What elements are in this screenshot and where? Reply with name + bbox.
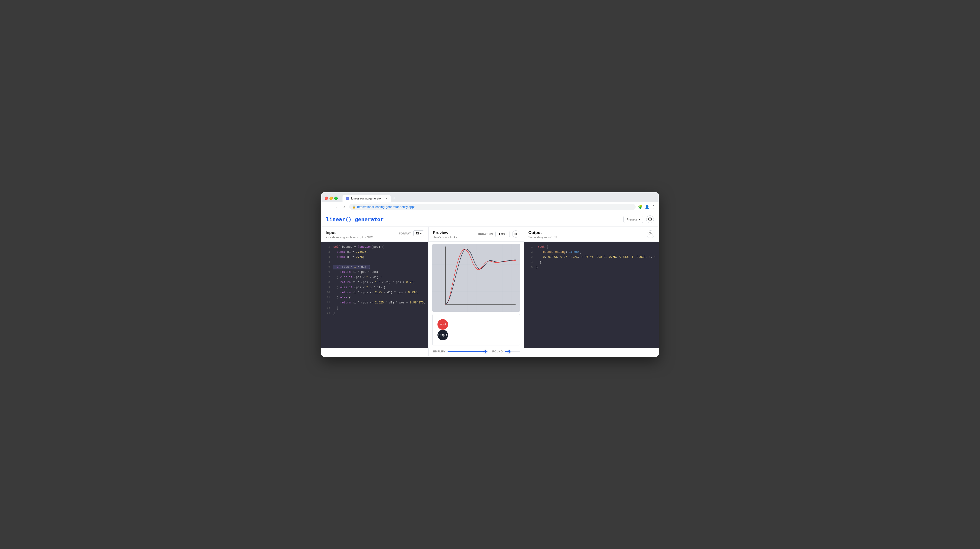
code-line: 5 if (pos < 1 / d1) {: [321, 265, 428, 270]
input-ball: Input: [438, 319, 448, 330]
output-code-line: 2 --bounce-easing: linear(: [524, 250, 659, 255]
traffic-lights: [325, 196, 338, 200]
round-label: ROUND: [492, 350, 503, 353]
format-value: JS: [415, 231, 419, 235]
code-line: 9 } else if (pos < 2.5 / d1) {: [321, 285, 428, 290]
preview-panel-header: Preview Here's how it looks: DURATION: [428, 227, 524, 242]
app-logo: linear() generator: [326, 216, 383, 222]
preview-panel-title-group: Preview Here's how it looks:: [433, 230, 458, 239]
code-line: 10 return n1 * (pos -= 2.25 / d1) * pos …: [321, 290, 428, 295]
menu-icon[interactable]: ⋮: [651, 204, 655, 209]
presets-button[interactable]: Presets ▾: [623, 216, 643, 223]
browser-actions: 🧩 👤 ⋮: [638, 204, 655, 209]
presets-label: Presets: [627, 217, 637, 221]
pause-button[interactable]: [512, 230, 519, 238]
app-container: linear() generator Presets ▾: [321, 212, 659, 357]
github-icon: [648, 217, 652, 222]
output-panel-subtitle: Some shiny new CSS!: [528, 236, 557, 239]
code-line: 13 }: [321, 306, 428, 311]
output-code: 1 :root { 2 --bounce-easing: linear( 3 0…: [524, 242, 659, 348]
close-window-button[interactable]: [325, 196, 328, 200]
code-line: 3 const d1 = 2.75;: [321, 255, 428, 260]
preview-panel-title: Preview: [433, 230, 458, 235]
extensions-icon[interactable]: 🧩: [638, 204, 643, 209]
code-line: 6 return n1 * pos * pos;: [321, 270, 428, 275]
active-tab[interactable]: L Linear easing generator ×: [342, 195, 391, 202]
simplify-thumb[interactable]: [484, 350, 487, 353]
round-control: ROUND: [492, 350, 520, 353]
preview-panel-controls: DURATION: [478, 230, 519, 238]
browser-window: L Linear easing generator × + ← → ⟳ 🔒 ht…: [321, 192, 659, 357]
input-panel-header-right: FORMAT JS ▾: [399, 230, 424, 236]
output-panel-header: Output Some shiny new CSS!: [524, 227, 659, 242]
duration-label: DURATION: [478, 233, 493, 235]
round-thumb[interactable]: [508, 350, 511, 353]
app-header-right: Presets ▾: [623, 215, 654, 223]
profile-icon[interactable]: 👤: [645, 204, 649, 209]
lock-icon: 🔒: [352, 205, 356, 209]
preview-panel: Preview Here's how it looks: DURATION: [428, 227, 524, 356]
output-code-line: 1 :root {: [524, 244, 659, 250]
code-line: 14 }: [321, 311, 428, 316]
output-code-line: 5 }: [524, 265, 659, 270]
code-line: 12 return n1 * (pos -= 2.625 / d1) * pos…: [321, 300, 428, 305]
copy-button[interactable]: [647, 230, 654, 238]
code-line: 2 const n1 = 7.5625;: [321, 250, 428, 255]
url-text: https://linear-easing-generator.netlify.…: [357, 205, 415, 209]
simplify-slider[interactable]: [447, 351, 488, 352]
output-panel: Output Some shiny new CSS! 1 :root: [524, 227, 659, 356]
format-select[interactable]: JS ▾: [414, 230, 424, 236]
app-header: linear() generator Presets ▾: [321, 212, 659, 227]
copy-icon: [649, 232, 652, 236]
input-ball-label: Input: [439, 323, 446, 326]
reload-button[interactable]: ⟳: [341, 204, 347, 210]
round-slider[interactable]: [505, 351, 520, 352]
simplify-fill: [447, 351, 485, 352]
input-panel-header: Input Provide easing as JavaScript or SV…: [321, 227, 428, 242]
simplify-control: SIMPLIFY: [433, 350, 488, 353]
new-tab-button[interactable]: +: [391, 195, 398, 201]
pause-icon: [514, 233, 517, 235]
back-button[interactable]: ←: [325, 204, 331, 210]
code-editor[interactable]: 1 self.bounce = function(pos) { 2 const …: [321, 242, 428, 348]
easing-chart: [433, 244, 520, 312]
forward-button[interactable]: →: [333, 204, 339, 210]
output-ball-label: Output: [438, 334, 447, 337]
tab-title: Linear easing generator: [351, 197, 382, 200]
minimize-window-button[interactable]: [329, 196, 333, 200]
input-panel: Input Provide easing as JavaScript or SV…: [321, 227, 428, 356]
svg-rect-5: [650, 234, 652, 236]
duration-input[interactable]: [495, 231, 510, 237]
format-chevron-icon: ▾: [420, 231, 422, 235]
input-panel-title: Input: [326, 230, 373, 235]
browser-urlbar: ← → ⟳ 🔒 https://linear-easing-generator.…: [321, 202, 659, 212]
output-ball: Output: [438, 330, 448, 340]
preview-panel-subtitle: Here's how it looks:: [433, 236, 458, 239]
output-ball-row: Output: [438, 330, 515, 340]
browser-tabs: L Linear easing generator × +: [342, 195, 648, 202]
code-line: 11 } else {: [321, 295, 428, 300]
tab-favicon: L: [346, 197, 349, 200]
url-bar[interactable]: 🔒 https://linear-easing-generator.netlif…: [349, 204, 636, 210]
browser-titlebar: L Linear easing generator × +: [321, 192, 659, 202]
preview-chart-area: [433, 244, 520, 312]
simplify-label: SIMPLIFY: [433, 350, 445, 353]
chevron-down-icon: ▾: [638, 217, 640, 221]
preview-bottom-controls: SIMPLIFY ROUND: [428, 348, 524, 356]
input-ball-row: Input: [438, 319, 515, 330]
format-label: FORMAT: [399, 232, 411, 235]
maximize-window-button[interactable]: [334, 196, 338, 200]
output-code-line: 4 );: [524, 260, 659, 265]
code-line: 4: [321, 260, 428, 265]
input-panel-subtitle: Provide easing as JavaScript or SVG: [326, 236, 373, 239]
code-line: 8 return n1 * (pos -= 1.5 / d1) * pos + …: [321, 280, 428, 285]
github-button[interactable]: [646, 215, 654, 223]
svg-rect-1: [516, 233, 517, 235]
input-panel-title-group: Input Provide easing as JavaScript or SV…: [326, 230, 373, 239]
preview-animation-area: Input Output: [433, 314, 520, 345]
output-panel-title-group: Output Some shiny new CSS!: [528, 230, 557, 239]
output-panel-title: Output: [528, 230, 557, 235]
panels-row: Input Provide easing as JavaScript or SV…: [321, 227, 659, 356]
output-code-line: 3 0, 0.063, 0.25 18.2%, 1 36.4%, 0.813, …: [524, 255, 659, 260]
tab-close-button[interactable]: ×: [385, 197, 387, 200]
